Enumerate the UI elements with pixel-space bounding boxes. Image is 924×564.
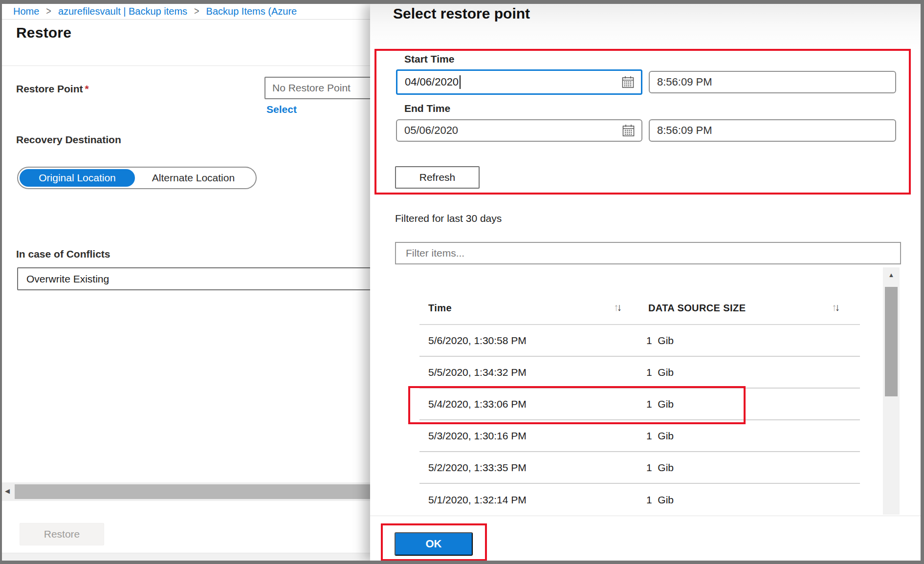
row-size: 1 Gib bbox=[646, 462, 674, 474]
end-date-input[interactable]: 05/06/2020 bbox=[396, 119, 642, 142]
chevron-right-icon: > bbox=[46, 5, 51, 18]
restore-point-label: Restore Point* bbox=[16, 83, 89, 95]
restore-point-row[interactable]: 5/4/2020, 1:33:06 PM 1 Gib bbox=[419, 389, 860, 420]
horizontal-scrollbar[interactable]: ◀ bbox=[2, 482, 370, 501]
conflicts-dropdown[interactable]: Overwrite Existing bbox=[17, 267, 379, 290]
sort-icon[interactable]: ↑↓ bbox=[832, 302, 840, 313]
calendar-icon[interactable] bbox=[621, 76, 635, 89]
start-time-input[interactable]: 8:56:09 PM bbox=[649, 71, 896, 93]
row-time: 5/3/2020, 1:30:16 PM bbox=[419, 430, 646, 442]
start-time-value: 8:56:09 PM bbox=[657, 76, 712, 88]
conflicts-value: Overwrite Existing bbox=[26, 273, 109, 285]
end-date-value: 05/06/2020 bbox=[404, 124, 458, 137]
filter-items-input[interactable] bbox=[395, 242, 901, 264]
row-time: 5/4/2020, 1:33:06 PM bbox=[419, 398, 646, 410]
vertical-scrollbar-thumb[interactable] bbox=[885, 287, 898, 396]
toggle-alternate-location[interactable]: Alternate Location bbox=[137, 168, 250, 188]
column-header-time[interactable]: Time bbox=[428, 303, 452, 314]
location-toggle: Original Location Alternate Location bbox=[17, 167, 257, 189]
end-time-value: 8:56:09 PM bbox=[657, 124, 712, 137]
breadcrumb-link[interactable]: azurefilesvault | Backup items bbox=[58, 6, 187, 17]
row-time: 5/2/2020, 1:33:35 PM bbox=[419, 462, 646, 474]
page-title: Restore bbox=[16, 24, 71, 41]
restore-point-list: 5/6/2020, 1:30:58 PM 1 Gib 5/5/2020, 1:3… bbox=[419, 325, 860, 516]
restore-button[interactable]: Restore bbox=[20, 523, 104, 545]
row-size: 1 Gib bbox=[646, 398, 674, 410]
start-time-label: Start Time bbox=[404, 53, 454, 65]
restore-point-row[interactable]: 5/3/2020, 1:30:16 PM 1 Gib bbox=[419, 420, 860, 452]
row-size: 1 Gib bbox=[646, 367, 674, 378]
divider bbox=[2, 65, 370, 66]
breadcrumb: Home > azurefilesvault | Backup items > … bbox=[2, 4, 370, 20]
column-header-data-source-size[interactable]: DATA SOURCE SIZE bbox=[648, 303, 746, 314]
scroll-left-icon[interactable]: ◀ bbox=[5, 487, 10, 495]
row-size: 1 Gib bbox=[646, 430, 674, 442]
recovery-destination-label: Recovery Destination bbox=[16, 134, 121, 146]
end-time-input[interactable]: 8:56:09 PM bbox=[649, 119, 896, 142]
row-time: 5/5/2020, 1:34:32 PM bbox=[419, 367, 646, 378]
vertical-scrollbar[interactable]: ▲ bbox=[883, 267, 900, 515]
filtered-days-text: Filtered for last 30 days bbox=[395, 213, 502, 224]
conflicts-label: In case of Conflicts bbox=[16, 248, 110, 260]
toggle-original-location[interactable]: Original Location bbox=[20, 169, 135, 187]
blade-footer-strip bbox=[2, 553, 370, 561]
chevron-right-icon: > bbox=[194, 5, 199, 18]
dialog-footer-divider bbox=[370, 516, 921, 516]
breadcrumb-link[interactable]: Backup Items (Azure bbox=[206, 6, 297, 17]
select-restore-point-link[interactable]: Select bbox=[266, 104, 297, 115]
dialog-title: Select restore point bbox=[393, 5, 530, 22]
calendar-icon[interactable] bbox=[622, 124, 635, 137]
text-caret bbox=[460, 75, 461, 89]
restore-point-row[interactable]: 5/5/2020, 1:34:32 PM 1 Gib bbox=[419, 357, 860, 389]
sort-icon[interactable]: ↑↓ bbox=[614, 302, 622, 313]
restore-point-row[interactable]: 5/2/2020, 1:33:35 PM 1 Gib bbox=[419, 452, 860, 484]
sort-down-arrow-icon: ↓ bbox=[835, 302, 840, 313]
breadcrumb-link[interactable]: Home bbox=[13, 6, 39, 17]
screenshot-root: Home > azurefilesvault | Backup items > … bbox=[0, 0, 924, 564]
end-time-label: End Time bbox=[404, 103, 450, 114]
row-time: 5/6/2020, 1:30:58 PM bbox=[419, 335, 646, 347]
sort-down-arrow-icon: ↓ bbox=[617, 302, 622, 313]
required-marker: * bbox=[83, 83, 89, 94]
restore-point-field[interactable]: No Restore Point bbox=[264, 77, 387, 99]
restore-point-value: No Restore Point bbox=[272, 82, 351, 94]
refresh-button[interactable]: Refresh bbox=[395, 166, 480, 189]
row-size: 1 Gib bbox=[646, 494, 674, 506]
restore-point-row[interactable]: 5/6/2020, 1:30:58 PM 1 Gib bbox=[419, 325, 860, 357]
scroll-up-icon[interactable]: ▲ bbox=[883, 271, 900, 279]
select-restore-point-dialog: Select restore point Start Time 04/06/20… bbox=[370, 4, 921, 561]
restore-point-row[interactable]: 5/1/2020, 1:32:14 PM 1 Gib bbox=[419, 484, 860, 516]
start-date-value: 04/06/2020 bbox=[405, 76, 459, 88]
row-time: 5/1/2020, 1:32:14 PM bbox=[419, 494, 646, 506]
horizontal-scrollbar-thumb[interactable] bbox=[15, 484, 370, 499]
ok-button[interactable]: OK bbox=[395, 532, 473, 556]
row-size: 1 Gib bbox=[646, 335, 674, 347]
start-date-input[interactable]: 04/06/2020 bbox=[396, 69, 642, 95]
